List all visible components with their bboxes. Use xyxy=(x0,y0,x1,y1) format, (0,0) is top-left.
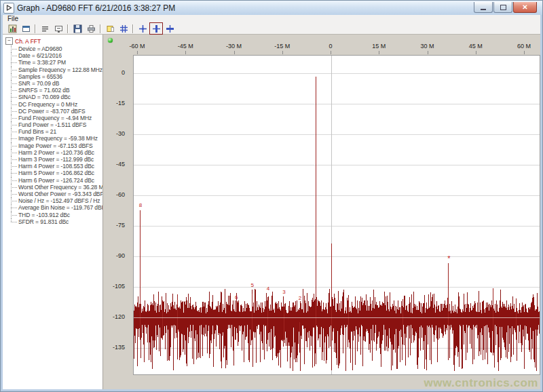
y-axis-label: -90 xyxy=(105,252,125,259)
window-title: Graph - AD9680 FFT 6/21/2016 3:38:27 PM xyxy=(17,3,175,13)
x-axis-tick xyxy=(234,51,235,54)
tree-item[interactable]: Fund Power = -1.511 dBFS xyxy=(11,121,102,128)
y-axis-label: 0 xyxy=(105,69,125,76)
tree-children: Device = AD9680Date = 6/21/2016Time = 3:… xyxy=(11,45,102,225)
x-axis-label: -45 M xyxy=(170,43,200,50)
tree-item[interactable]: Fund Bins = 21 xyxy=(11,128,102,135)
annotations-button[interactable] xyxy=(103,22,117,35)
toolbar xyxy=(3,23,540,35)
graph-settings-button[interactable] xyxy=(5,22,19,35)
peak-marker: 8 xyxy=(139,202,143,208)
legend-button[interactable] xyxy=(38,22,52,35)
peak-marker: 4 xyxy=(267,286,270,292)
fft-plot-svg: 865432* xyxy=(134,56,540,374)
toolbar-separator xyxy=(35,24,36,33)
tree-root-row[interactable]: − Ch. A FFT xyxy=(5,37,102,45)
x-axis-label: -60 M xyxy=(122,43,152,50)
graph-settings-icon xyxy=(8,24,17,33)
tree-root-label: Ch. A FFT xyxy=(15,38,41,45)
toolbar-separator xyxy=(100,24,101,33)
fft-plot[interactable]: 865432* xyxy=(133,55,540,375)
tree-item[interactable]: Noise / Hz = -152.497 dBFS / Hz xyxy=(11,197,102,204)
x-axis-tick xyxy=(331,51,331,54)
legend-icon xyxy=(41,24,50,33)
print-icon xyxy=(87,24,96,33)
copy-to-clipboard-button[interactable] xyxy=(19,22,33,35)
minimize-icon xyxy=(481,7,486,10)
close-button[interactable]: ✕ xyxy=(513,2,537,13)
tree-item[interactable]: Worst Other Power = -93.343 dBFS xyxy=(11,191,102,197)
grid-icon xyxy=(119,24,128,33)
y-axis-label: -15 xyxy=(105,100,125,106)
toolbar-separator xyxy=(67,24,69,33)
x-axis-tick xyxy=(428,51,428,54)
x-axis-label: 0 xyxy=(316,43,345,50)
y-axis-label: -105 xyxy=(105,283,125,290)
fit-horizontal-button[interactable] xyxy=(163,22,176,35)
x-axis-tick xyxy=(476,51,476,54)
tree-item[interactable]: DC Power = -83.707 dBFS xyxy=(11,108,102,115)
tree-item[interactable]: DC Frequency = 0 MHz xyxy=(11,101,102,108)
y-axis-label: -60 xyxy=(105,191,125,198)
tree-item[interactable]: Average Bin Noise = -119.767 dBFS xyxy=(11,204,102,211)
peak-marker: 3 xyxy=(282,289,286,295)
peak-marker: * xyxy=(447,254,451,262)
tree-item[interactable]: Image Power = -67.153 dBFS xyxy=(11,142,102,149)
tree-item[interactable]: Samples = 65536 xyxy=(11,73,102,80)
x-axis-tick xyxy=(137,51,138,54)
tree-item[interactable]: Sample Frequency = 122.88 MHz xyxy=(11,66,102,73)
tree-item[interactable]: Time = 3:38:27 PM xyxy=(11,59,102,66)
center-view-icon xyxy=(138,24,147,33)
tree-item[interactable]: SNRFS = 71.602 dB xyxy=(11,87,102,94)
tree-item[interactable]: SINAD = 70.089 dBc xyxy=(11,94,102,100)
grid-button[interactable] xyxy=(117,22,130,35)
tree-item[interactable]: SNR = 70.09 dB xyxy=(11,80,102,87)
x-axis-tick xyxy=(524,51,525,54)
x-axis-label: 60 M xyxy=(509,43,539,50)
copy-to-clipboard-icon xyxy=(22,24,31,33)
tree-item[interactable]: Harm 2 Power = -120.736 dBc xyxy=(11,149,102,156)
tree-item[interactable]: Harm 5 Power = -106.862 dBc xyxy=(11,170,102,176)
y-axis-label: -135 xyxy=(105,344,125,351)
tree-item[interactable]: Worst Other Frequency = 36.28 MHz xyxy=(11,184,102,191)
y-axis-label: -120 xyxy=(105,313,125,320)
tree-item[interactable]: Fund Frequency = -4.94 MHz xyxy=(11,115,102,121)
fit-vertical-button[interactable] xyxy=(149,22,163,35)
center-view-button[interactable] xyxy=(136,22,149,35)
x-axis-label: 45 M xyxy=(461,43,491,50)
collapse-icon[interactable]: − xyxy=(5,37,13,45)
peak-marker: 2 xyxy=(299,295,302,301)
fit-horizontal-icon xyxy=(166,24,174,33)
close-icon: ✕ xyxy=(522,3,527,11)
status-led-icon xyxy=(108,38,113,43)
tree-item[interactable]: SFDR = 91.831 dBc xyxy=(11,218,102,225)
save-button[interactable] xyxy=(71,22,84,35)
app-window: Graph - AD9680 FFT 6/21/2016 3:38:27 PM … xyxy=(0,0,543,392)
minimize-button[interactable] xyxy=(474,2,493,13)
tree-item[interactable]: Date = 6/21/2016 xyxy=(11,52,102,59)
tree-item[interactable]: Image Frequency = -59.38 MHz xyxy=(11,135,102,142)
watermark: www.cntronics.com xyxy=(424,376,538,390)
x-axis-label: -30 M xyxy=(219,43,249,50)
x-axis-label: 15 M xyxy=(364,43,394,50)
fit-vertical-icon xyxy=(152,24,161,33)
tooltip-icon xyxy=(54,24,63,33)
x-axis-tick xyxy=(379,51,379,54)
title-bar[interactable]: Graph - AD9680 FFT 6/21/2016 3:38:27 PM … xyxy=(1,1,542,15)
toolbar-separator xyxy=(132,24,134,33)
maximize-button[interactable] xyxy=(493,2,512,13)
x-axis-label: 30 M xyxy=(413,43,443,50)
y-axis-label: -75 xyxy=(105,222,125,229)
tooltip-button[interactable] xyxy=(52,22,65,35)
tree-item[interactable]: Harm 3 Power = -112.999 dBc xyxy=(11,156,102,163)
tree-item[interactable]: Harm 4 Power = -108.553 dBc xyxy=(11,163,102,170)
results-tree-panel: − Ch. A FFT Device = AD9680Date = 6/21/2… xyxy=(3,35,103,389)
x-axis-tick xyxy=(282,51,283,54)
annotations-icon xyxy=(106,24,115,33)
app-icon xyxy=(3,3,14,14)
x-axis-tick xyxy=(185,51,186,54)
tree-item[interactable]: Harm 6 Power = -126.724 dBc xyxy=(11,177,102,184)
tree-item[interactable]: Device = AD9680 xyxy=(11,45,102,52)
print-button[interactable] xyxy=(84,22,98,35)
tree-item[interactable]: THD = -103.912 dBc xyxy=(11,212,102,218)
